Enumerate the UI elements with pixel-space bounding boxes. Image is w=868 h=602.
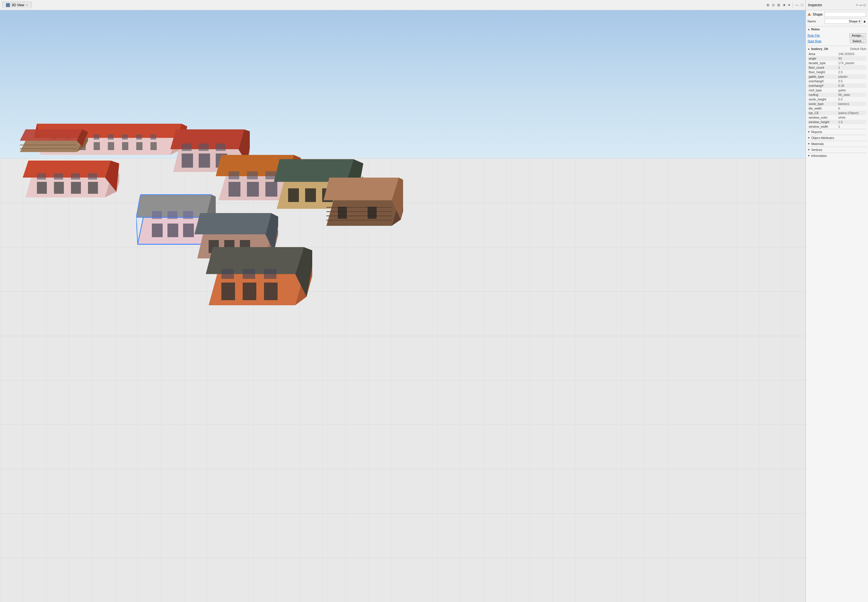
- viewport-toolbar: ⊕ ⊙ ⊞ ★ ▾ — □: [766, 3, 803, 8]
- svg-rect-109: [222, 269, 234, 279]
- svg-rect-110: [243, 269, 255, 279]
- collapsed-section-object-attributes[interactable]: ▼Object Attributes: [808, 135, 866, 141]
- attr-key: facade_type: [808, 61, 837, 65]
- attr-value: 1: [837, 124, 866, 129]
- attr-row: typ_CEipalna (Object): [808, 111, 866, 115]
- inspector-title-bar: Inspector × — □: [806, 0, 868, 10]
- inspector-tab: Inspector: [808, 3, 822, 7]
- rules-label: Rules: [811, 28, 820, 31]
- attr-row: gable_typeplaster: [808, 74, 866, 79]
- house-log-cabin[interactable]: [323, 152, 403, 232]
- attr-value: 1: [837, 65, 866, 70]
- svg-rect-77: [183, 211, 193, 219]
- name-row: Name Shape 8 ▲: [808, 19, 866, 24]
- attr-value: ipalna (Object): [837, 111, 866, 115]
- shape-row: Shape: [808, 12, 866, 17]
- viewport-3d[interactable]: [0, 10, 806, 602]
- inspector-maximize[interactable]: □: [864, 3, 866, 7]
- budovy-header: ▲ budovy_Uh Default Style: [808, 46, 866, 52]
- section-label: Vertices: [811, 148, 822, 152]
- inspector-close[interactable]: ×: [856, 3, 858, 7]
- attr-key: roofing: [808, 92, 837, 97]
- house-large-bottom[interactable]: [205, 215, 312, 311]
- collapsed-section-reports[interactable]: ▼Reports: [808, 129, 866, 135]
- svg-rect-59: [228, 171, 239, 179]
- svg-rect-90: [305, 188, 316, 202]
- house-pink-medium[interactable]: [23, 132, 119, 203]
- attr-row: floor_height2.5: [808, 70, 866, 74]
- svg-rect-35: [54, 182, 64, 194]
- svg-rect-107: [243, 283, 256, 300]
- svg-marker-92: [326, 200, 399, 226]
- rule-file-row: Rule File Assign...: [808, 33, 866, 38]
- svg-rect-89: [288, 188, 299, 202]
- arrow-icon[interactable]: ▾: [788, 3, 790, 7]
- start-rule-label[interactable]: Start Rule: [808, 40, 850, 43]
- zoom-icon[interactable]: ⊙: [772, 3, 775, 7]
- attr-key: overhangX: [808, 79, 837, 83]
- svg-rect-14: [136, 142, 143, 150]
- svg-rect-39: [54, 174, 63, 180]
- section-label: Reports: [811, 130, 822, 134]
- attr-row: roofing96_slate: [808, 92, 866, 97]
- attr-value: 6: [837, 106, 866, 111]
- svg-rect-60: [247, 171, 258, 179]
- attributes-table: Area146.325601angle40facade_type174_plas…: [808, 52, 866, 129]
- svg-rect-111: [264, 269, 277, 279]
- inspector-body: Shape Name Shape 8 ▲ ▲ Rules Rule File A…: [806, 10, 868, 602]
- collapsed-section-information[interactable]: ▼Information: [808, 153, 866, 158]
- scroll-up-btn[interactable]: ▲: [863, 19, 866, 23]
- 3d-view-close[interactable]: ×: [26, 3, 28, 7]
- 3d-view-tab[interactable]: 3D View ×: [2, 2, 31, 8]
- inspector-label: Inspector: [808, 3, 822, 7]
- shape-label: Shape: [813, 12, 823, 17]
- attr-value: 0.5: [837, 79, 866, 83]
- collapsed-section-materials[interactable]: ▼Materials: [808, 141, 866, 147]
- attr-key: window_color: [808, 115, 837, 120]
- section-label: Information: [811, 154, 827, 157]
- select-button[interactable]: Select...: [850, 39, 866, 43]
- budovy-label: budovy_Uh: [811, 47, 828, 51]
- nav-icon[interactable]: ⊕: [766, 3, 770, 7]
- svg-rect-22: [136, 135, 142, 140]
- title-bar: 3D View × ⊕ ⊙ ⊞ ★ ▾ — □: [0, 0, 806, 10]
- attr-key: Area: [808, 52, 837, 56]
- svg-rect-34: [37, 182, 47, 194]
- assign-button[interactable]: Assign...: [849, 33, 866, 38]
- attr-value: 40: [837, 56, 866, 61]
- attr-row: tile_width6: [808, 106, 866, 111]
- section-chevron: ▼: [808, 154, 810, 157]
- attr-row: window_height1.5: [808, 120, 866, 124]
- svg-rect-100: [338, 207, 347, 219]
- name-label: Name: [808, 20, 825, 23]
- camera-icon[interactable]: ⊞: [777, 3, 780, 7]
- attr-value: 0.35: [837, 83, 866, 88]
- attr-value: white: [837, 115, 866, 120]
- svg-rect-49: [182, 144, 192, 151]
- attr-row: window_width1: [808, 124, 866, 129]
- rule-file-label[interactable]: Rule File: [808, 34, 849, 37]
- svg-line-70: [136, 217, 138, 244]
- attr-key: tile_width: [808, 106, 837, 111]
- attr-row: overhangY0.35: [808, 83, 866, 88]
- shape-input[interactable]: [824, 12, 866, 17]
- collapsed-section-vertices[interactable]: ▼Vertices: [808, 147, 866, 153]
- attr-key: window_height: [808, 120, 837, 124]
- houses-container: [0, 10, 806, 602]
- minimize-btn[interactable]: —: [795, 3, 799, 7]
- svg-rect-72: [152, 224, 163, 237]
- 3d-view-label: 3D View: [12, 3, 24, 7]
- attr-value: 2.5: [837, 70, 866, 74]
- shape-icon: [808, 12, 811, 17]
- attr-row: socle_height0.5: [808, 97, 866, 101]
- attr-value: 174_plaster: [837, 61, 866, 65]
- attr-key: overhangY: [808, 83, 837, 88]
- attr-key: socle_type: [808, 101, 837, 106]
- svg-rect-40: [71, 174, 80, 180]
- rules-section-header[interactable]: ▲ Rules: [808, 26, 866, 32]
- maximize-btn[interactable]: □: [801, 3, 803, 7]
- star-icon[interactable]: ★: [783, 3, 786, 7]
- attr-key: floor_count: [808, 65, 837, 70]
- inspector-minimize[interactable]: —: [859, 3, 863, 7]
- attr-row: roof_typegable: [808, 88, 866, 92]
